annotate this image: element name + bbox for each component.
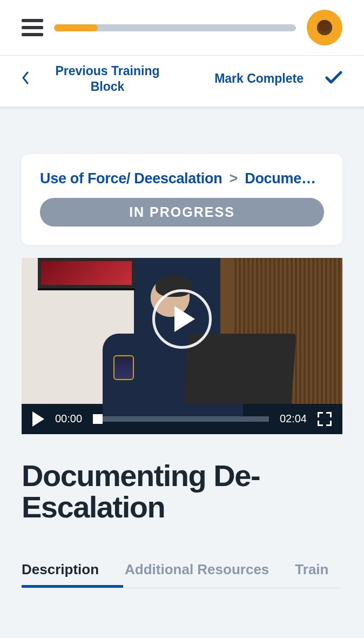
check-icon[interactable]	[325, 70, 342, 88]
course-progress-bar	[54, 24, 296, 31]
video-thumbnail	[22, 258, 342, 404]
previous-block-link[interactable]: Previous Training Block	[22, 63, 214, 95]
video-player[interactable]: 00:00 02:04	[22, 258, 342, 434]
video-duration: 02:04	[280, 413, 307, 425]
course-progress-fill	[54, 24, 98, 31]
breadcrumb-parent[interactable]: Use of Force/ Deescalation	[40, 170, 222, 187]
fullscreen-icon[interactable]	[318, 412, 332, 426]
mark-complete-button[interactable]: Mark Complete	[214, 71, 304, 86]
avatar[interactable]	[307, 10, 342, 45]
tab-additional-resources[interactable]: Additional Resources	[125, 561, 269, 578]
video-current-time: 00:00	[55, 413, 82, 425]
video-seek-knob[interactable]	[93, 414, 103, 424]
breadcrumb-card: Use of Force/ Deescalation > Docume… IN …	[22, 154, 342, 245]
tabs: Description Additional Resources Train	[22, 561, 342, 588]
tab-underline	[22, 585, 123, 588]
breadcrumb-current[interactable]: Docume…	[245, 170, 315, 187]
content: Use of Force/ Deescalation > Docume… IN …	[0, 111, 364, 589]
video-seek-bar[interactable]	[93, 416, 269, 422]
breadcrumb-separator: >	[230, 170, 238, 187]
shadow	[0, 107, 364, 111]
play-button[interactable]	[32, 411, 44, 427]
top-header	[0, 0, 364, 56]
chevron-left-icon	[22, 71, 29, 87]
previous-block-label: Previous Training Block	[45, 63, 170, 95]
menu-icon[interactable]	[22, 19, 43, 36]
top-row	[22, 10, 342, 45]
tab-train[interactable]: Train	[295, 561, 328, 578]
breadcrumb[interactable]: Use of Force/ Deescalation > Docume…	[40, 170, 324, 187]
lesson-nav: Previous Training Block Mark Complete	[0, 56, 364, 107]
page-title: Documenting De-Escalation	[22, 460, 342, 524]
status-badge: IN PROGRESS	[40, 198, 324, 227]
play-icon[interactable]	[152, 289, 212, 349]
tab-description[interactable]: Description	[22, 561, 99, 578]
